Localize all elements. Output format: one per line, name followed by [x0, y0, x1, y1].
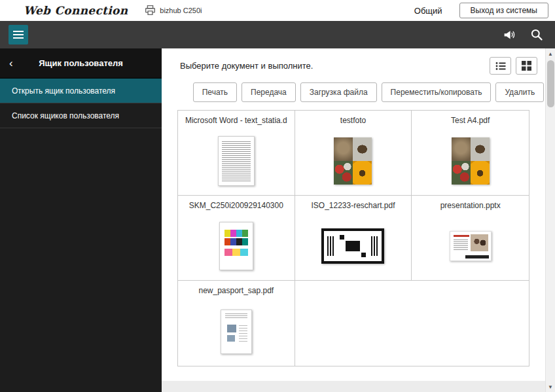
- document-cell-testfoto[interactable]: testfoto: [295, 111, 412, 196]
- top-header: Web Connection bizhub C250i Общий Выход …: [0, 0, 555, 21]
- scroll-up-arrow-icon[interactable]: ▲: [546, 48, 555, 59]
- footer-strip: [162, 381, 545, 392]
- document-cell-word[interactable]: Microsoft Word - text_statia.d: [178, 111, 295, 196]
- list-view-button[interactable]: [490, 57, 511, 75]
- document-cell-passport[interactable]: new_pasport_sap.pdf: [178, 281, 295, 366]
- color-chart-thumbnail: [219, 222, 253, 270]
- photo-collage-thumbnail: [334, 137, 372, 185]
- document-title: Test A4.pdf: [451, 116, 490, 125]
- document-grid: Microsoft Word - text_statia.d testfoto …: [177, 110, 529, 366]
- scrollbar-thumb[interactable]: [547, 60, 554, 107]
- word-document-thumbnail: [218, 136, 255, 186]
- announcement-icon[interactable]: [502, 27, 516, 42]
- document-title: ISO_12233-reschart.pdf: [311, 201, 395, 210]
- instruction-text: Выберите документ и выполните.: [180, 61, 313, 71]
- sidebar-filler: [0, 128, 162, 392]
- device-model-label: bizhub C250i: [160, 7, 202, 14]
- document-cell-presentation[interactable]: presentation.pptx: [412, 196, 529, 281]
- photo-collage-thumbnail: [452, 137, 490, 185]
- document-cell-iso-chart[interactable]: ISO_12233-reschart.pdf: [295, 196, 412, 281]
- web-connection-logo: Web Connection: [24, 4, 128, 17]
- sidebar-header: ‹ Ящик пользователя: [0, 48, 162, 79]
- scanned-document-thumbnail: [221, 310, 252, 354]
- document-title: new_pasport_sap.pdf: [198, 286, 274, 295]
- printer-icon: [145, 5, 156, 16]
- document-title: Microsoft Word - text_statia.d: [185, 116, 287, 125]
- document-actions: Печать Передача Загрузка файла Перемести…: [162, 79, 545, 109]
- sidebar-item-label: Открыть ящик пользователя: [12, 86, 115, 96]
- upload-file-button[interactable]: Загрузка файла: [300, 82, 377, 102]
- web-connection-app: Web Connection bizhub C250i Общий Выход …: [0, 0, 555, 392]
- document-cell-test-a4[interactable]: Test A4.pdf: [412, 111, 529, 196]
- presentation-thumbnail: [450, 231, 492, 261]
- list-view-icon: [495, 62, 506, 71]
- logout-button[interactable]: Выход из системы: [459, 3, 548, 18]
- vertical-scrollbar[interactable]: ▲ ▼: [545, 48, 555, 392]
- sidebar-title: Ящик пользователя: [39, 58, 140, 68]
- main-top-row: Выберите документ и выполните.: [162, 48, 545, 79]
- sidebar-item-user-box-list[interactable]: Список ящиков пользователя: [0, 103, 162, 128]
- document-cell-skm[interactable]: SKM_C250i200929140300: [178, 196, 295, 281]
- search-icon[interactable]: [529, 27, 544, 42]
- document-title: presentation.pptx: [440, 201, 501, 210]
- grid-view-icon: [522, 61, 531, 71]
- main-toolbar: [0, 21, 555, 48]
- back-chevron-icon[interactable]: ‹: [9, 57, 26, 70]
- hamburger-menu-button[interactable]: [9, 25, 28, 45]
- empty-grid-cell: [295, 281, 529, 366]
- grid-view-button[interactable]: [516, 57, 537, 75]
- delete-button[interactable]: Удалить: [495, 82, 544, 102]
- document-title: testfoto: [340, 116, 366, 125]
- device-info: bizhub C250i: [145, 5, 202, 16]
- document-title: SKM_C250i200929140300: [189, 201, 283, 210]
- test-chart-thumbnail: [321, 228, 384, 264]
- content-row: ‹ Ящик пользователя Открыть ящик пользов…: [0, 48, 555, 392]
- send-button[interactable]: Передача: [242, 82, 296, 102]
- main-content: Выберите документ и выполните. Печать Пе…: [162, 48, 545, 392]
- account-name: Общий: [414, 6, 442, 16]
- move-copy-button[interactable]: Переместить/копировать: [382, 82, 492, 102]
- view-toggles: [490, 57, 537, 75]
- toolbar-icons: [502, 27, 544, 42]
- scroll-down-arrow-icon[interactable]: ▼: [546, 382, 555, 392]
- sidebar-item-label: Список ящиков пользователя: [12, 111, 119, 120]
- print-button[interactable]: Печать: [193, 82, 237, 102]
- sidebar: ‹ Ящик пользователя Открыть ящик пользов…: [0, 48, 162, 392]
- sidebar-item-open-user-box[interactable]: Открыть ящик пользователя: [0, 79, 162, 103]
